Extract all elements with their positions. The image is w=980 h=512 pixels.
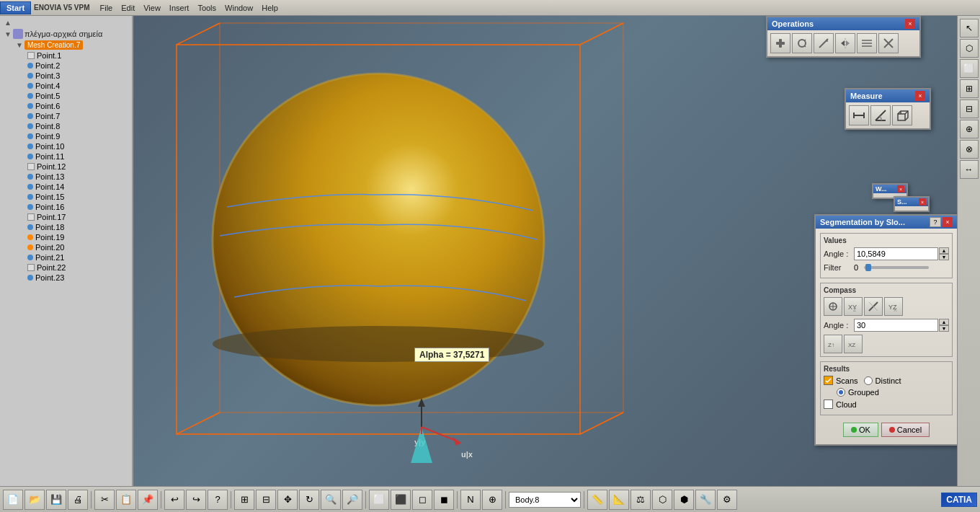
angle-spin-up[interactable]: ▲ bbox=[939, 247, 949, 254]
tb-meas1[interactable]: 📏 bbox=[587, 490, 607, 510]
tb-meas3[interactable]: ⚖ bbox=[631, 490, 651, 510]
menu-tools[interactable]: Tools bbox=[193, 2, 220, 14]
rt-tool-6[interactable]: ⊕ bbox=[960, 120, 979, 138]
tree-point-6[interactable]: Point.6 bbox=[26, 101, 129, 111]
tb-snap[interactable]: ⊕ bbox=[482, 490, 502, 510]
measure-tool-3[interactable] bbox=[892, 105, 912, 125]
tb-zoom-out[interactable]: 🔎 bbox=[342, 490, 362, 510]
tb-normal[interactable]: N bbox=[460, 490, 481, 510]
tree-point-22[interactable]: Point.22 bbox=[26, 262, 129, 273]
tb-view2[interactable]: ⬛ bbox=[391, 490, 411, 510]
tree-point-12[interactable]: Point.12 bbox=[26, 162, 129, 172]
rt-tool-2[interactable]: ⬡ bbox=[960, 39, 979, 58]
rt-tool-3[interactable]: ⬜ bbox=[960, 59, 979, 78]
op-tool-4[interactable] bbox=[835, 33, 855, 53]
tb-open[interactable]: 📂 bbox=[24, 490, 45, 510]
tree-point-14[interactable]: Point.14 bbox=[26, 182, 129, 192]
tree-point-3[interactable]: Point.3 bbox=[26, 71, 129, 81]
tb-view1[interactable]: ⬜ bbox=[369, 490, 389, 510]
menu-view[interactable]: View bbox=[139, 2, 165, 14]
tree-point-10[interactable]: Point.10 bbox=[26, 141, 129, 151]
compass-btn-3[interactable] bbox=[864, 297, 883, 316]
menu-window[interactable]: Window bbox=[220, 2, 257, 14]
tree-point-2[interactable]: Point.2 bbox=[26, 61, 129, 71]
angle-input[interactable] bbox=[854, 247, 938, 260]
tb-rotate[interactable]: ↻ bbox=[299, 490, 319, 510]
compass-btn-5[interactable]: Z↑ bbox=[824, 335, 842, 353]
rt-tool-7[interactable]: ⊗ bbox=[960, 140, 979, 159]
tb-redo[interactable]: ↪ bbox=[186, 490, 206, 510]
tb-meas4[interactable]: ⬡ bbox=[652, 490, 672, 510]
tree-point-13[interactable]: Point.13 bbox=[26, 172, 129, 182]
grouped-radio-label[interactable]: Grouped bbox=[837, 388, 879, 397]
menu-help[interactable]: Help bbox=[257, 2, 282, 14]
tb-pan[interactable]: ✥ bbox=[277, 490, 298, 510]
seg-close-button[interactable]: × bbox=[943, 217, 953, 227]
angle-spin-down[interactable]: ▼ bbox=[939, 254, 949, 260]
tb-print[interactable]: 🖨 bbox=[68, 490, 88, 510]
menu-edit[interactable]: Edit bbox=[117, 2, 139, 14]
start-button[interactable]: Start bbox=[0, 1, 31, 14]
compass-angle-spin-up[interactable]: ▲ bbox=[939, 319, 949, 325]
measure-tool-2[interactable] bbox=[870, 105, 891, 125]
body-selector[interactable]: Body.8 bbox=[509, 492, 581, 508]
compass-angle-spin-down[interactable]: ▼ bbox=[939, 325, 949, 332]
tb-view4[interactable]: ◼ bbox=[434, 490, 454, 510]
tree-point-16[interactable]: Point.16 bbox=[26, 202, 129, 212]
tree-root-node[interactable]: ▼ πλέγμα-αρχικά σημεία bbox=[3, 28, 129, 40]
cloud-checkbox[interactable] bbox=[824, 400, 833, 409]
tb-view3[interactable]: ◻ bbox=[412, 490, 432, 510]
viewport[interactable]: y|y u|x Alpha = 37,5271 bbox=[133, 16, 980, 486]
tree-point-15[interactable]: Point.15 bbox=[26, 192, 129, 202]
tb-copy[interactable]: 📋 bbox=[116, 490, 136, 510]
seg-help-button[interactable]: ? bbox=[930, 217, 941, 227]
tb-cut[interactable]: ✂ bbox=[94, 490, 115, 510]
rt-tool-5[interactable]: ⊟ bbox=[960, 100, 979, 118]
compass-btn-4[interactable]: YZX bbox=[884, 297, 903, 316]
op-tool-3[interactable] bbox=[814, 33, 834, 53]
cloud-checkbox-label[interactable]: Cloud bbox=[824, 400, 857, 409]
tb-meas2[interactable]: 📐 bbox=[609, 490, 629, 510]
tree-point-23[interactable]: Point.23 bbox=[26, 273, 129, 283]
grouped-radio[interactable] bbox=[837, 388, 845, 397]
tb-undo[interactable]: ↩ bbox=[164, 490, 184, 510]
tree-point-20[interactable]: Point.20 bbox=[26, 242, 129, 252]
mesh-creation-node[interactable]: ▼ Mesh Creation.7 bbox=[14, 40, 129, 50]
measure-tool-1[interactable] bbox=[849, 105, 869, 125]
tree-point-1[interactable]: Point.1 bbox=[26, 50, 129, 61]
op-tool-2[interactable] bbox=[792, 33, 812, 53]
filter-slider[interactable] bbox=[864, 266, 929, 269]
compass-btn-6[interactable]: XZ bbox=[844, 335, 863, 353]
tb-help[interactable]: ? bbox=[208, 490, 228, 510]
tb-save[interactable]: 💾 bbox=[46, 490, 66, 510]
tree-point-17[interactable]: Point.17 bbox=[26, 212, 129, 222]
tree-point-21[interactable]: Point.21 bbox=[26, 252, 129, 262]
tb-meas7[interactable]: ⚙ bbox=[717, 490, 737, 510]
tb-meas6[interactable]: 🔧 bbox=[695, 490, 716, 510]
compass-btn-2[interactable]: XYZ bbox=[844, 297, 863, 316]
rt-select-tool[interactable]: ↖ bbox=[960, 19, 979, 37]
tree-point-8[interactable]: Point.8 bbox=[26, 121, 129, 131]
tb-fit[interactable]: ⊞ bbox=[234, 490, 254, 510]
tb-fit-sel[interactable]: ⊟ bbox=[256, 490, 276, 510]
op-tool-1[interactable] bbox=[770, 33, 790, 53]
tb-new[interactable]: 📄 bbox=[3, 490, 23, 510]
compass-btn-1[interactable] bbox=[824, 297, 842, 316]
tb-zoom-in[interactable]: 🔍 bbox=[321, 490, 341, 510]
distinct-radio-label[interactable]: Distinct bbox=[864, 376, 901, 385]
op-tool-5[interactable] bbox=[857, 33, 877, 53]
distinct-radio[interactable] bbox=[864, 376, 873, 385]
tree-point-19[interactable]: Point.19 bbox=[26, 232, 129, 242]
tree-point-7[interactable]: Point.7 bbox=[26, 111, 129, 121]
tree-point-18[interactable]: Point.18 bbox=[26, 222, 129, 232]
operations-close-button[interactable]: × bbox=[905, 19, 915, 29]
ok-button[interactable]: OK bbox=[843, 423, 878, 437]
rt-tool-8[interactable]: ↔ bbox=[960, 160, 979, 179]
mini-s-close[interactable]: × bbox=[919, 198, 926, 206]
scans-checkbox[interactable] bbox=[824, 376, 833, 385]
menu-file[interactable]: File bbox=[96, 2, 117, 14]
tb-paste[interactable]: 📌 bbox=[138, 490, 158, 510]
op-tool-6[interactable] bbox=[878, 33, 899, 53]
rt-tool-4[interactable]: ⊞ bbox=[960, 79, 979, 98]
cancel-button[interactable]: Cancel bbox=[881, 423, 930, 437]
